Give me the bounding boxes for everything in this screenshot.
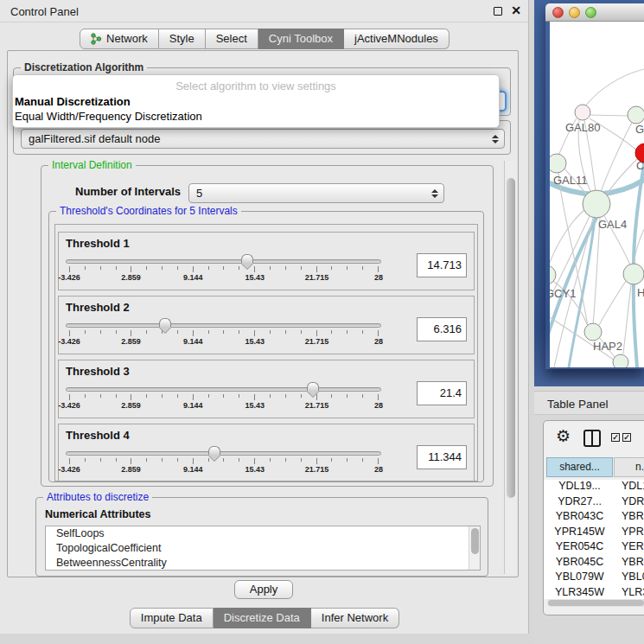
node-bottom[interactable]: [613, 354, 628, 367]
numerical-attributes-list[interactable]: SelfLoops TopologicalCoefficient Between…: [45, 526, 481, 571]
table-row[interactable]: YDL19...YDL1: [544, 480, 644, 495]
slider-major-ticks: [69, 330, 379, 336]
table-row[interactable]: YBR043CYBR0: [544, 510, 644, 526]
table-panel-titlebar: Table Panel: [534, 391, 644, 415]
table-cell[interactable]: YER054C: [546, 540, 613, 552]
apply-button[interactable]: Apply: [234, 580, 293, 599]
node-gal11[interactable]: [550, 154, 566, 173]
checkbox-icon[interactable]: ✓: [611, 433, 620, 442]
threshold-3-slider[interactable]: -3.426 2.859 9.144 15.43 21.715 28: [66, 381, 381, 418]
slider-track[interactable]: [66, 259, 381, 264]
tab-network-label: Network: [106, 32, 148, 45]
node-label-h: H: [637, 286, 644, 299]
columns-icon[interactable]: [583, 430, 601, 447]
table-cell[interactable]: YLR345W: [546, 586, 613, 598]
tab-select[interactable]: Select: [206, 29, 258, 49]
table-cell[interactable]: YBL079W: [546, 571, 613, 583]
tab-cyni-toolbox[interactable]: Cyni Toolbox: [258, 29, 344, 49]
network-window-titlebar[interactable]: [545, 3, 644, 22]
table-cell[interactable]: YBL0: [622, 571, 644, 583]
table-data-combobox[interactable]: galFiltered.sif default node: [21, 129, 505, 149]
slider-track[interactable]: [66, 451, 381, 456]
algorithm-option-manual[interactable]: Manual Discretization: [14, 94, 136, 109]
tab-discretize-data[interactable]: Discretize Data: [214, 608, 311, 628]
attributes-list-scrollbar[interactable]: [469, 526, 480, 570]
threshold-1-slider[interactable]: -3.426 2.859 9.144 15.43 21.715 28: [66, 253, 381, 290]
threshold-2-value-field[interactable]: 6.316: [417, 317, 467, 341]
node-top-right[interactable]: [628, 106, 644, 124]
node-gal80[interactable]: [575, 105, 590, 120]
list-item[interactable]: SelfLoops: [46, 526, 480, 541]
combo-stepper-icon: [492, 130, 499, 148]
attributes-group: Attributes to discretize Numerical Attri…: [35, 497, 488, 577]
threshold-4-slider[interactable]: -3.426 2.859 9.144 15.43 21.715 28: [66, 445, 381, 481]
list-item[interactable]: BetweennessCentrality: [46, 556, 480, 571]
table-row[interactable]: YBR045CYBR0: [544, 556, 644, 571]
table-cell[interactable]: YER0: [622, 540, 644, 552]
tab-network[interactable]: Network: [80, 29, 159, 49]
node-h[interactable]: [623, 264, 644, 284]
table-row[interactable]: YPR145WYPR1: [544, 526, 644, 541]
table-cell[interactable]: YLR3: [622, 586, 644, 598]
zoom-traffic-light-icon[interactable]: [585, 7, 596, 18]
table-cell[interactable]: YPR145W: [546, 526, 613, 538]
tab-jactivemnodules[interactable]: jActiveMNodules: [344, 29, 450, 49]
threshold-3-slider-thumb[interactable]: [307, 382, 319, 391]
threshold-3-value-field[interactable]: 21.4: [417, 381, 467, 405]
tab-infer-network[interactable]: Infer Network: [311, 608, 399, 628]
gear-icon[interactable]: ⚙: [556, 426, 571, 446]
table-cell[interactable]: YDL1: [622, 480, 644, 492]
column-header-name[interactable]: n...: [614, 457, 644, 477]
number-of-intervals-combobox[interactable]: 5: [188, 183, 444, 203]
scrollbar-thumb[interactable]: [507, 178, 515, 498]
table-row[interactable]: YBL079WYBL0: [544, 571, 644, 586]
table-cell[interactable]: YBR043C: [546, 510, 613, 522]
close-traffic-light-icon[interactable]: [552, 7, 564, 18]
node-label-gal80: GAL80: [565, 121, 600, 134]
checkbox-icon[interactable]: ✓: [622, 433, 631, 442]
column-header-shared[interactable]: shared...: [546, 457, 613, 477]
minimize-traffic-light-icon[interactable]: [569, 7, 580, 18]
panel-vertical-scrollbar[interactable]: [504, 161, 517, 574]
tab-style[interactable]: Style: [159, 29, 206, 49]
threshold-2-block: Threshold 2 -3.426 2.859 9.144 1: [58, 296, 475, 354]
table-row[interactable]: YLR345WYLR3: [544, 586, 644, 600]
node-gal4[interactable]: [583, 190, 610, 218]
node-hap2[interactable]: [584, 323, 602, 341]
table-cell[interactable]: YBR0: [622, 510, 644, 522]
table-row[interactable]: YER054CYER0: [544, 540, 644, 556]
threshold-3-block: Threshold 3 -3.426 2.859 9.144 1: [58, 360, 475, 418]
threshold-3-label: Threshold 3: [66, 365, 130, 378]
slider-track[interactable]: [66, 387, 381, 392]
threshold-4-slider-thumb[interactable]: [208, 446, 220, 455]
list-item[interactable]: TopologicalCoefficient: [46, 541, 480, 556]
table-row[interactable]: YDR27...YDR2: [544, 495, 644, 511]
network-view-window[interactable]: GAL80 GA C GAL11 GAL4 GCY1 H HAP2: [545, 3, 644, 369]
tab-impute-data[interactable]: Impute Data: [130, 608, 214, 628]
control-panel-titlebar: Control Panel ✕: [0, 0, 528, 22]
table-cell[interactable]: YDR27...: [546, 495, 613, 507]
algorithm-option-equal-width[interactable]: Equal Width/Frequency Discretization: [14, 109, 207, 124]
node-label-gal11: GAL11: [553, 174, 588, 187]
threshold-4-value-field[interactable]: 11.344: [417, 445, 467, 469]
table-cell[interactable]: YDR2: [622, 495, 644, 507]
table-cell[interactable]: YPR1: [622, 526, 644, 538]
slider-track[interactable]: [66, 323, 381, 328]
table-cell[interactable]: YBR0: [622, 556, 644, 568]
node-gcy1[interactable]: [550, 265, 556, 284]
table-horizontal-scrollbar[interactable]: [547, 599, 644, 607]
threshold-2-slider[interactable]: -3.426 2.859 9.144 15.43 21.715 28: [66, 317, 381, 354]
threshold-1-value-field[interactable]: 14.713: [417, 253, 467, 277]
thresholds-group-label: Threshold's Coordinates for 5 Intervals: [56, 205, 241, 217]
number-of-intervals-label: Number of Intervals: [75, 185, 181, 198]
table-cell[interactable]: YBR045C: [546, 556, 613, 568]
network-canvas[interactable]: GAL80 GA C GAL11 GAL4 GCY1 H HAP2: [550, 22, 644, 367]
float-window-icon[interactable]: [494, 7, 502, 16]
combo-stepper-icon: [431, 184, 438, 202]
threshold-1-slider-thumb[interactable]: [241, 254, 253, 263]
scrollbar-thumb[interactable]: [548, 600, 644, 606]
table-cell[interactable]: YDL19...: [546, 480, 613, 492]
table-header-row: shared... n...: [544, 456, 644, 478]
close-icon[interactable]: ✕: [511, 3, 521, 17]
threshold-2-slider-thumb[interactable]: [159, 318, 171, 327]
